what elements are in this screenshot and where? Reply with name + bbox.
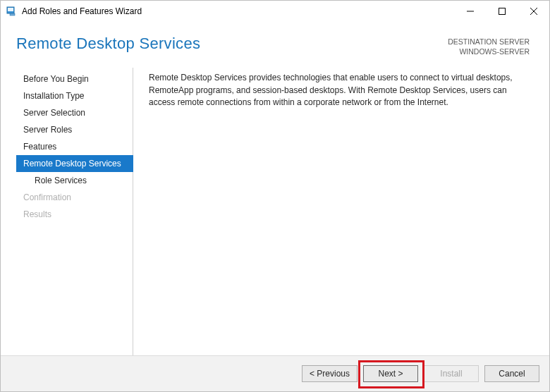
svg-rect-4	[499, 8, 505, 15]
body: Before You Begin Installation Type Serve…	[1, 62, 549, 355]
nav-remote-desktop-services[interactable]: Remote Desktop Services	[16, 155, 133, 172]
nav-confirmation: Confirmation	[16, 189, 133, 206]
app-icon	[6, 6, 18, 17]
svg-rect-2	[10, 13, 15, 16]
previous-button[interactable]: < Previous	[302, 365, 358, 382]
nav-installation-type[interactable]: Installation Type	[16, 87, 133, 104]
close-button[interactable]	[518, 1, 549, 22]
window-title: Add Roles and Features Wizard	[22, 6, 142, 16]
nav-features[interactable]: Features	[16, 138, 133, 155]
nav-before-you-begin[interactable]: Before You Begin	[16, 71, 133, 87]
footer: < Previous Next > Install Cancel	[1, 355, 549, 391]
minimize-button[interactable]	[454, 1, 486, 22]
wizard-window: Add Roles and Features Wizard Remote Des…	[0, 0, 550, 392]
cancel-button[interactable]: Cancel	[484, 365, 539, 382]
next-button[interactable]: Next >	[363, 365, 418, 382]
header: Remote Desktop Services DESTINATION SERV…	[1, 22, 549, 62]
nav-server-roles[interactable]: Server Roles	[16, 121, 133, 138]
destination-info: DESTINATION SERVER WINDOWS-SERVER	[448, 37, 530, 56]
install-button: Install	[424, 365, 479, 382]
maximize-button[interactable]	[486, 1, 518, 22]
svg-rect-1	[8, 8, 13, 11]
destination-label: DESTINATION SERVER	[448, 37, 530, 47]
content-panel: Remote Desktop Services provides technol…	[133, 68, 538, 355]
nav-server-selection[interactable]: Server Selection	[16, 104, 133, 121]
destination-server: WINDOWS-SERVER	[448, 47, 530, 57]
sidebar: Before You Begin Installation Type Serve…	[16, 68, 133, 355]
titlebar: Add Roles and Features Wizard	[1, 1, 549, 22]
description-text: Remote Desktop Services provides technol…	[149, 72, 531, 109]
page-title: Remote Desktop Services	[16, 35, 200, 53]
nav-role-services[interactable]: Role Services	[16, 172, 133, 189]
window-controls	[454, 1, 549, 22]
nav-results: Results	[16, 206, 133, 223]
